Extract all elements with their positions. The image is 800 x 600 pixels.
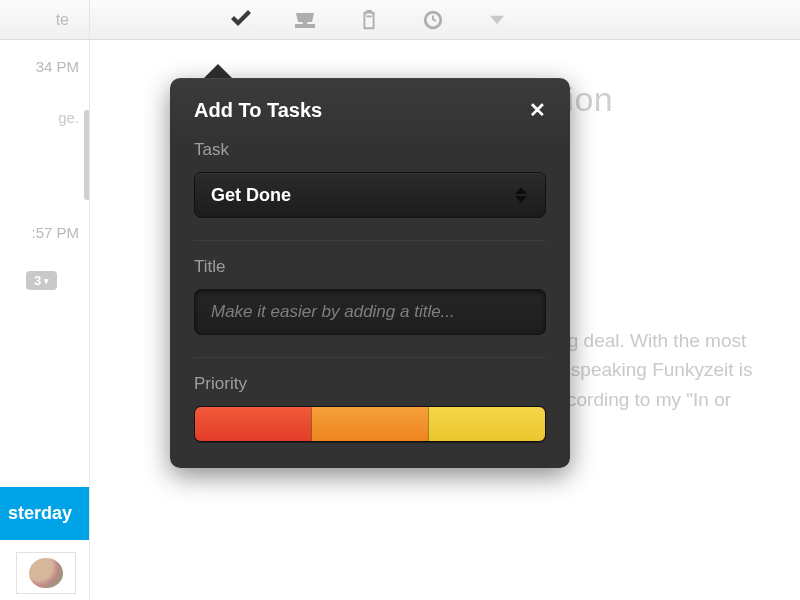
clipboard-icon[interactable] [356,9,382,31]
title-field-label: Title [194,257,546,277]
divider [194,240,546,241]
toolbar-actions [118,9,510,31]
close-icon: ✕ [529,99,546,121]
title-placeholder: Make it easier by adding a title... [211,302,455,322]
title-input[interactable]: Make it easier by adding a title... [194,289,546,335]
task-field-label: Task [194,140,546,160]
task-list-select[interactable]: Get Done [194,172,546,218]
inbox-icon[interactable] [292,9,318,31]
message-time: 34 PM [0,58,89,75]
priority-high[interactable] [195,407,311,441]
priority-low[interactable] [428,407,545,441]
message-snippet: ge. [0,109,89,126]
priority-field-label: Priority [194,374,546,394]
priority-medium[interactable] [311,407,428,441]
popover-arrow [204,64,232,78]
clock-icon[interactable] [420,9,446,31]
checkmark-icon[interactable] [228,9,254,31]
close-button[interactable]: ✕ [529,98,546,122]
task-list-selected: Get Done [211,185,291,206]
add-to-tasks-popover: Add To Tasks ✕ Task Get Done Title Make … [170,64,570,468]
popover-title: Add To Tasks [194,99,322,122]
priority-segmented-control [194,406,546,442]
attachment-thumbnail[interactable] [16,552,76,594]
select-stepper-icon [515,173,531,217]
toolbar: te [0,0,800,40]
date-filter-label: te [56,11,69,29]
divider [194,357,546,358]
message-time: :57 PM [0,224,89,241]
thread-count-badge[interactable]: 3 ▾ [26,271,57,290]
message-list: 34 PM ge. :57 PM 3 ▾ sterday [0,40,90,600]
chevron-down-icon: ▾ [44,276,49,286]
date-section-yesterday: sterday [0,487,90,540]
badge-count: 3 [34,273,41,288]
more-dropdown-icon[interactable] [484,9,510,31]
date-filter[interactable]: te [0,0,90,39]
